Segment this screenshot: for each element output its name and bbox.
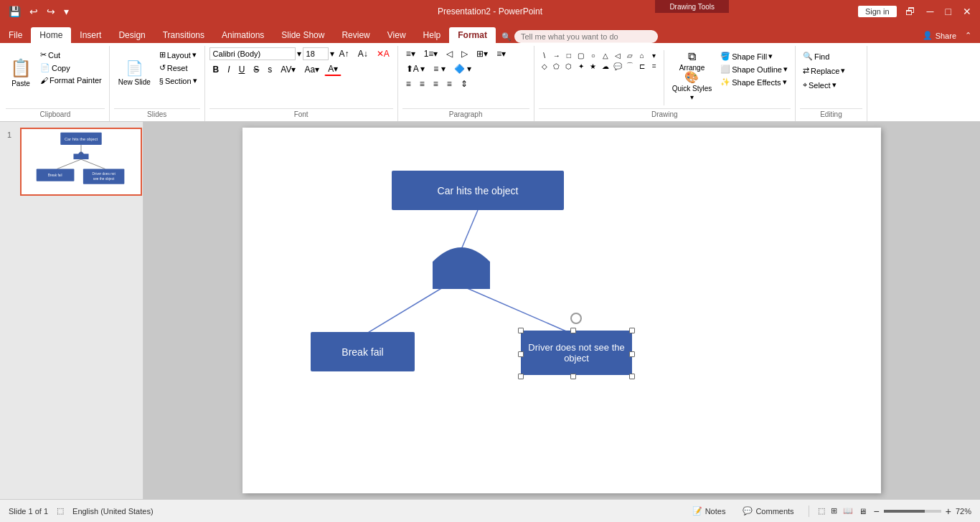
char-spacing-button[interactable]: AV▾	[277, 63, 299, 76]
shape-callout[interactable]: 💬	[612, 61, 623, 71]
select-button[interactable]: ⌖ Select ▾	[800, 79, 839, 91]
slide-thumbnail[interactable]: Car hits the object Break fail Driver do…	[20, 128, 142, 196]
shape-star4[interactable]: ✦	[575, 61, 587, 71]
align-center-button[interactable]: ≡	[416, 77, 428, 90]
replace-button[interactable]: ⇄ Replace ▾	[800, 65, 848, 77]
redo-icon[interactable]: ↪	[44, 4, 58, 19]
notes-button[interactable]: 📝 Notes	[687, 505, 732, 517]
clear-format-button[interactable]: ✕A	[373, 47, 393, 60]
shape-penta[interactable]: ⬠	[551, 61, 562, 71]
shape-eq[interactable]: =	[649, 61, 660, 71]
arch-shape[interactable]	[433, 240, 490, 290]
undo-icon[interactable]: ↩	[27, 4, 41, 19]
rotate-handle[interactable]	[570, 313, 582, 324]
format-painter-button[interactable]: 🖌 Format Painter	[37, 75, 105, 86]
maximize-icon[interactable]: □	[943, 4, 954, 19]
layout-button[interactable]: ⊞ Layout ▾	[156, 49, 200, 61]
align-text-button[interactable]: ≡ ▾	[430, 62, 448, 75]
close-icon[interactable]: ✕	[960, 4, 974, 19]
comments-button[interactable]: 💬 Comments	[737, 505, 799, 517]
tell-me-input[interactable]	[514, 30, 658, 43]
share-label[interactable]: Share	[936, 32, 956, 40]
underline-button[interactable]: U	[235, 63, 249, 76]
normal-view-icon[interactable]: ⬚	[818, 506, 825, 516]
font-name-selector[interactable]: Calibri (Body)	[209, 47, 296, 60]
reset-button[interactable]: ↺ Reset	[156, 62, 200, 74]
shape-line[interactable]: \	[539, 50, 550, 60]
font-color-button[interactable]: A▾	[324, 62, 341, 76]
shape-effects-button[interactable]: ✨ Shape Effects ▾	[717, 76, 791, 88]
italic-button[interactable]: I	[224, 63, 233, 76]
shape-arrow[interactable]: →	[551, 50, 562, 60]
paste-button[interactable]: 📋 Paste	[6, 47, 36, 99]
zoom-slider[interactable]	[884, 510, 941, 513]
save-icon[interactable]: 💾	[6, 4, 24, 19]
new-slide-button[interactable]: 📄 New Slide	[114, 47, 155, 99]
tab-animations[interactable]: Animations	[213, 27, 273, 43]
slide-canvas[interactable]: Car hits the object Break fail Driver do…	[242, 128, 881, 493]
handle-tr[interactable]	[629, 328, 635, 333]
shape-rounded[interactable]: ▢	[575, 50, 587, 60]
change-caps-button[interactable]: Aa▾	[301, 63, 323, 76]
zoom-in-button[interactable]: +	[944, 506, 953, 517]
tab-format[interactable]: Format	[449, 27, 496, 43]
zoom-out-button[interactable]: −	[872, 506, 881, 517]
shape-rect[interactable]: □	[563, 50, 575, 60]
decrease-indent-button[interactable]: ◁	[443, 47, 456, 60]
handle-mr[interactable]	[629, 351, 635, 357]
handle-ml[interactable]	[518, 351, 524, 357]
font-size-selector[interactable]: 18	[303, 47, 329, 60]
increase-font-button[interactable]: A↑	[336, 47, 353, 60]
customize-icon[interactable]: ▾	[61, 4, 72, 19]
line-spacing2-button[interactable]: ⇕	[457, 77, 471, 90]
shape-curve[interactable]: ⌒	[624, 61, 636, 71]
find-button[interactable]: 🔍 Find	[800, 50, 832, 62]
shape-tri[interactable]: △	[600, 50, 611, 60]
slide-sorter-icon[interactable]: ⊞	[831, 506, 837, 516]
tab-design[interactable]: Design	[110, 27, 154, 43]
decrease-font-button[interactable]: A↓	[354, 47, 372, 60]
copy-button[interactable]: 📄 Copy	[37, 62, 105, 74]
shape-conn[interactable]: ⊏	[636, 61, 648, 71]
align-right-button[interactable]: ≡	[430, 77, 442, 90]
shape-cloud[interactable]: ☁	[600, 61, 611, 71]
tab-view[interactable]: View	[379, 27, 415, 43]
minimize-icon[interactable]: ─	[924, 4, 937, 19]
presenter-view-icon[interactable]: 🖥	[859, 507, 867, 516]
driver-box[interactable]: Driver does not see the object	[521, 331, 632, 375]
handle-tl[interactable]	[518, 328, 524, 333]
tab-help[interactable]: Help	[415, 27, 450, 43]
section-button[interactable]: § Section ▾	[156, 75, 200, 87]
tab-file[interactable]: File	[0, 27, 31, 43]
restore-icon[interactable]: 🗗	[903, 4, 918, 19]
shape-more[interactable]: ▾	[649, 50, 660, 60]
columns-button[interactable]: ⊞▾	[473, 47, 491, 60]
canvas-area[interactable]: Car hits the object Break fail Driver do…	[143, 122, 980, 499]
shape-trap[interactable]: ⌂	[636, 50, 648, 60]
cut-button[interactable]: ✂ Cut	[37, 49, 105, 61]
shape-outline-button[interactable]: ⬜ Shape Outline ▾	[717, 63, 791, 75]
shape-diamond[interactable]: ◇	[539, 61, 550, 71]
shadow-button[interactable]: s	[264, 63, 275, 76]
handle-br[interactable]	[629, 374, 635, 379]
line-spacing-button[interactable]: ≡▾	[493, 47, 509, 60]
shape-fill-button[interactable]: 🪣 Shape Fill ▾	[717, 50, 791, 62]
handle-bl[interactable]	[518, 374, 524, 379]
tab-transitions[interactable]: Transitions	[154, 27, 213, 43]
sign-in-button[interactable]: Sign in	[858, 6, 897, 17]
increase-indent-button[interactable]: ▷	[458, 47, 471, 60]
shape-para[interactable]: ▱	[624, 50, 636, 60]
arrange-button[interactable]: ⧉ Arrange	[668, 49, 717, 73]
break-fail-box[interactable]: Break fail	[311, 332, 415, 371]
bullets-button[interactable]: ≡▾	[402, 47, 419, 60]
align-left-button[interactable]: ≡	[402, 77, 415, 90]
strikethrough-button[interactable]: S	[250, 63, 263, 76]
collapse-ribbon-icon[interactable]: ⌃	[965, 31, 971, 40]
shape-rtri[interactable]: ◁	[612, 50, 623, 60]
bold-button[interactable]: B	[209, 63, 223, 76]
tab-insert[interactable]: Insert	[71, 27, 110, 43]
convert-smartart-button[interactable]: 🔷 ▾	[451, 62, 475, 75]
tab-slideshow[interactable]: Slide Show	[273, 27, 333, 43]
zoom-level[interactable]: 72%	[956, 507, 971, 516]
handle-tc[interactable]	[570, 328, 576, 333]
